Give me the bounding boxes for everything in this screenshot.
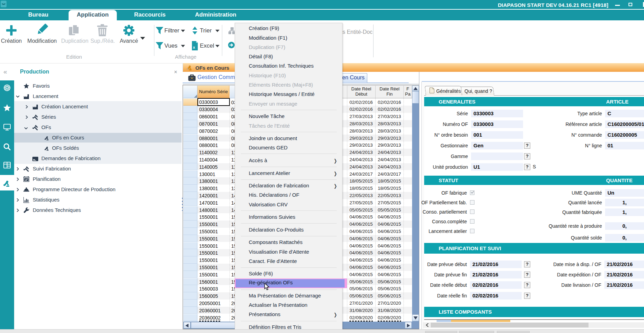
svg-text:x: x	[193, 45, 195, 49]
